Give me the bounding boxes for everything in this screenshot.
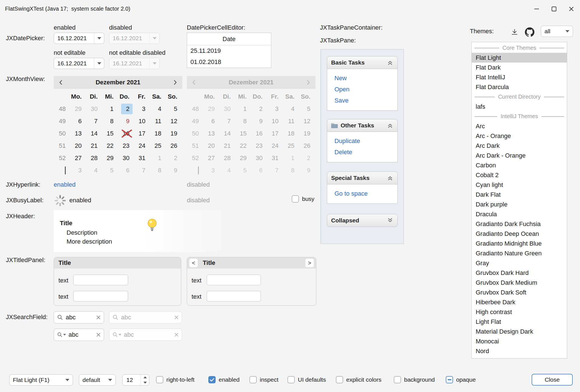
- maximize-icon[interactable]: [545, 0, 563, 18]
- next-month-icon[interactable]: [170, 77, 180, 87]
- calendar-day[interactable]: 4: [86, 164, 102, 177]
- calendar-day[interactable]: 10: [133, 115, 149, 127]
- calendar-day[interactable]: 28: [86, 152, 102, 164]
- taskpane-link-open[interactable]: Open: [327, 84, 397, 95]
- close-window-icon[interactable]: [563, 0, 580, 18]
- checkbox-box-checked[interactable]: [208, 376, 216, 383]
- theme-item-dark-flat[interactable]: Dark Flat: [472, 190, 567, 199]
- theme-item-monocai[interactable]: Monocai: [472, 336, 567, 346]
- calendar-day[interactable]: 4: [149, 103, 165, 115]
- calendar-day[interactable]: 29: [102, 152, 117, 164]
- calendar-day[interactable]: 3: [70, 164, 86, 177]
- datepicker-value[interactable]: 16.12.2021: [54, 35, 94, 42]
- theme-item-gradianto-nature-green[interactable]: Gradianto Nature Green: [472, 248, 567, 258]
- calendar-day[interactable]: 8: [102, 115, 117, 127]
- calendar-day[interactable]: 23: [117, 140, 133, 152]
- datepicker-dropdown-button[interactable]: [94, 58, 104, 69]
- calendar-day[interactable]: 25: [149, 140, 165, 152]
- calendar-day[interactable]: 7: [86, 115, 102, 127]
- theme-item-cyan-light[interactable]: Cyan light: [472, 180, 567, 190]
- calendar-day[interactable]: 5: [102, 164, 117, 177]
- font-size-spinner[interactable]: 12: [122, 374, 149, 386]
- calendar-day[interactable]: 21: [86, 140, 102, 152]
- text-input[interactable]: [73, 275, 128, 285]
- theme-item-flat-dark[interactable]: Flat Dark: [472, 63, 567, 72]
- calendar-day[interactable]: 6: [117, 164, 133, 177]
- search-menu-icon[interactable]: [57, 332, 66, 338]
- chevron-double-up-icon[interactable]: [387, 122, 393, 129]
- calendar-day[interactable]: 24: [133, 140, 149, 152]
- chevron-double-up-icon[interactable]: [387, 59, 393, 66]
- theme-item-gradianto-midnight-blue[interactable]: Gradianto Midnight Blue: [472, 239, 567, 248]
- calendar-day[interactable]: 9: [165, 164, 181, 177]
- theme-item-flat-intellij[interactable]: Flat IntelliJ: [472, 72, 567, 82]
- themes-filter-combobox[interactable]: all: [541, 26, 573, 37]
- search-input[interactable]: abc: [66, 314, 94, 321]
- github-icon[interactable]: [524, 26, 536, 38]
- theme-item-gruvbox-dark-hard[interactable]: Gruvbox Dark Hard: [472, 268, 567, 278]
- text-input[interactable]: [207, 291, 261, 301]
- taskpane-header-other-tasks[interactable]: Other Tasks: [327, 119, 398, 132]
- checkbox-explicit-colors[interactable]: explicit colors: [336, 376, 381, 383]
- checkbox-unchecked[interactable]: [292, 195, 299, 203]
- hyperlink-enabled[interactable]: enabled: [54, 181, 76, 188]
- calendar-day[interactable]: 27: [70, 152, 86, 164]
- calendar-day[interactable]: 2: [165, 152, 181, 164]
- calendar-day[interactable]: 1: [102, 103, 117, 115]
- checkbox-box-indeterminate[interactable]: [446, 376, 453, 383]
- download-icon[interactable]: [509, 27, 520, 38]
- checkbox-box-unchecked[interactable]: [336, 376, 343, 383]
- table-column-header[interactable]: Date: [187, 33, 271, 45]
- datepicker-enabled[interactable]: 16.12.2021: [54, 33, 104, 44]
- theme-item-hiberbee-dark[interactable]: Hiberbee Dark: [472, 297, 567, 307]
- calendar-day[interactable]: 16: [117, 127, 133, 140]
- table-row[interactable]: 25.11.2019: [187, 45, 271, 56]
- datepicker-not-editable[interactable]: 16.12.2021: [54, 58, 104, 69]
- theme-item-carbon[interactable]: Carbon: [472, 160, 567, 170]
- checkbox-background[interactable]: background: [394, 376, 435, 383]
- taskpane-header-collapsed[interactable]: Collapsed: [327, 214, 398, 227]
- calendar-day[interactable]: 30: [86, 103, 102, 115]
- theme-item-dracula[interactable]: Dracula: [472, 209, 567, 219]
- theme-item-material-design-dark[interactable]: Material Design Dark: [472, 327, 567, 336]
- calendar-day[interactable]: 14: [86, 127, 102, 140]
- theme-item-arc-dark[interactable]: Arc Dark: [472, 141, 567, 151]
- theme-item-nord[interactable]: Nord: [472, 346, 567, 356]
- close-button[interactable]: Close: [532, 374, 573, 386]
- theme-item-high-contrast[interactable]: High contrast: [472, 307, 567, 317]
- theme-item-arc-orange[interactable]: Arc - Orange: [472, 131, 567, 141]
- search-field[interactable]: abc: [54, 311, 104, 324]
- theme-item-flat-darcula[interactable]: Flat Darcula: [472, 82, 567, 92]
- chevron-double-down-icon[interactable]: [387, 217, 393, 224]
- chevron-double-up-icon[interactable]: [387, 175, 393, 181]
- theme-item-gray[interactable]: Gray: [472, 258, 567, 268]
- calendar-day[interactable]: 13: [70, 127, 86, 140]
- calendar-day[interactable]: 26: [165, 140, 181, 152]
- theme-item-gradianto-deep-ocean[interactable]: Gradianto Deep Ocean: [472, 229, 567, 239]
- calendar-day[interactable]: 9: [117, 115, 133, 127]
- calendar-day[interactable]: 22: [102, 140, 117, 152]
- clear-icon[interactable]: [96, 315, 101, 320]
- theme-item-light-flat[interactable]: Light Flat: [472, 317, 567, 327]
- calendar-day[interactable]: 11: [149, 115, 165, 127]
- calendar-day[interactable]: 2: [117, 103, 133, 115]
- spinner-up-icon[interactable]: [141, 375, 149, 380]
- search-input[interactable]: abc: [69, 331, 94, 338]
- theme-item-arc[interactable]: Arc: [472, 121, 567, 131]
- theme-item-gradianto-dark-fuchsia[interactable]: Gradianto Dark Fuchsia: [472, 219, 567, 229]
- datepicker-dropdown-button[interactable]: [94, 33, 104, 44]
- calendar-day[interactable]: 19: [165, 127, 181, 140]
- titledpanel-right-button[interactable]: >: [305, 259, 314, 267]
- theme-item-lafs[interactable]: lafs: [472, 102, 567, 111]
- checkbox-opaque[interactable]: opaque: [446, 376, 476, 383]
- checkbox-box-unchecked[interactable]: [156, 376, 163, 383]
- calendar-day[interactable]: 6: [70, 115, 86, 127]
- font-size-value[interactable]: 12: [122, 375, 141, 385]
- calendar-day[interactable]: 31: [133, 152, 149, 164]
- calendar-day[interactable]: 18: [149, 127, 165, 140]
- calendar-day[interactable]: 29: [70, 103, 86, 115]
- search-field-with-menu[interactable]: abc: [54, 329, 104, 341]
- theme-item-gruvbox-dark-soft[interactable]: Gruvbox Dark Soft: [472, 288, 567, 297]
- taskpane-link-duplicate[interactable]: Duplicate: [327, 136, 397, 147]
- checkbox-ui-defaults[interactable]: UI defaults: [287, 376, 326, 383]
